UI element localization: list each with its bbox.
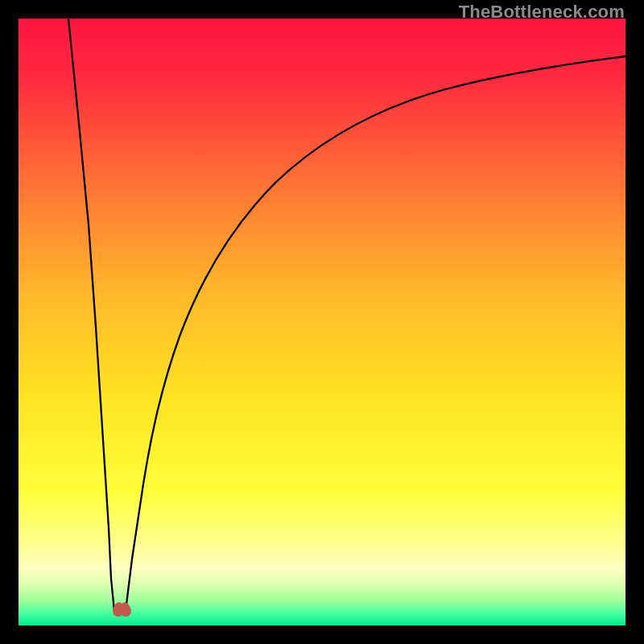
plot-area: [19, 19, 625, 625]
chart-frame: TheBottleneck.com: [0, 0, 644, 644]
watermark-text: TheBottleneck.com: [459, 2, 625, 23]
gradient-rect: [19, 19, 625, 625]
heat-gradient-background: [19, 19, 625, 625]
